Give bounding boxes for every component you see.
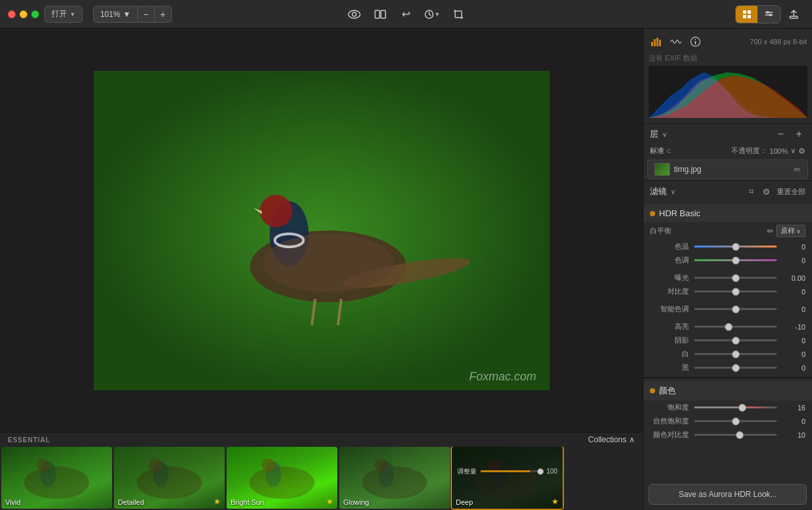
deep-adjust-value: 100 <box>546 468 557 475</box>
svg-rect-10 <box>748 10 751 14</box>
open-button[interactable]: 打开 ▼ <box>44 6 83 23</box>
slider-label-highlights: 高亮 <box>650 322 689 332</box>
split-view-icon[interactable] <box>370 6 391 23</box>
filmstrip-item-vivid[interactable]: Vivid <box>1 447 112 509</box>
hdr-sliders: 色温 0 色调 0 <box>643 240 812 375</box>
layers-remove-button[interactable]: − <box>774 128 787 141</box>
slider-track-blacks[interactable] <box>694 367 777 369</box>
zoom-in-button[interactable]: + <box>155 6 172 23</box>
svg-point-0 <box>348 10 360 18</box>
layer-item[interactable]: timg.jpg ✏ <box>647 160 808 179</box>
opacity-settings-button[interactable]: ⚙ <box>798 147 805 156</box>
slider-value-vibrance: 0 <box>782 418 805 425</box>
filter-crop-icon[interactable]: ⌗ <box>746 185 756 198</box>
collections-chevron-icon: ∧ <box>629 435 635 444</box>
slider-thumb-saturation <box>738 404 746 412</box>
detailed-label: Detailed <box>118 498 144 506</box>
collections-button[interactable]: Collections ∧ <box>588 435 635 444</box>
filter-settings-icon[interactable]: ⚙ <box>760 186 773 198</box>
slider-track-smart-tone[interactable] <box>694 308 777 310</box>
wb-label: 白平衡 <box>650 226 764 236</box>
slider-label-whites: 白 <box>650 349 689 359</box>
svg-rect-19 <box>94 71 550 390</box>
svg-point-38 <box>262 459 275 472</box>
color-active-indicator <box>650 388 655 393</box>
slider-value-tint: 0 <box>782 257 805 264</box>
slider-value-exposure: 0.00 <box>782 274 805 282</box>
image-dimensions: 700 x 488 px <box>750 38 791 46</box>
reset-all-button[interactable]: 重置全部 <box>777 187 805 197</box>
crop-button[interactable] <box>448 6 469 23</box>
slider-track-shadows[interactable] <box>694 339 777 341</box>
image-viewport[interactable]: Foxmac.com <box>0 29 643 432</box>
blend-mode-display[interactable]: 标准 C <box>650 146 671 156</box>
filmstrip-item-brightsun[interactable]: Bright Sun ★ <box>227 447 337 509</box>
slider-row-color-temp: 色温 0 <box>643 240 812 253</box>
minimize-button[interactable] <box>20 10 27 18</box>
slider-value-highlights: -10 <box>782 323 805 331</box>
slider-track-saturation[interactable] <box>694 406 777 408</box>
slider-thumb-blacks <box>732 364 740 372</box>
waveform-icon-button[interactable] <box>668 34 684 50</box>
filter-chevron-icon: ∨ <box>671 188 675 195</box>
layer-pencil-button[interactable]: ✏ <box>794 165 801 175</box>
slider-label-color-temp: 色温 <box>650 242 689 251</box>
svg-point-26 <box>263 234 393 292</box>
slider-thumb-shadows <box>732 337 740 345</box>
slider-thumb-whites <box>732 350 740 358</box>
open-chevron-icon: ▼ <box>70 11 76 18</box>
svg-rect-47 <box>656 38 658 46</box>
hdr-active-indicator <box>650 211 655 216</box>
slider-track-color-temp[interactable] <box>694 246 777 248</box>
slider-track-vibrance[interactable] <box>694 420 777 422</box>
undo-button[interactable]: ↩ <box>396 6 417 23</box>
filmstrip-item-detailed[interactable]: Detailed ★ <box>114 447 225 509</box>
layers-add-button[interactable]: + <box>792 128 805 141</box>
wb-chevron-icon: ∨ <box>796 228 801 234</box>
info-icon-button[interactable] <box>688 34 703 50</box>
deep-adjust-label: 调整量 <box>457 467 477 476</box>
maximize-button[interactable] <box>31 10 39 18</box>
slider-row-blacks: 黑 0 <box>643 361 812 375</box>
slider-track-color-contrast[interactable] <box>694 434 777 436</box>
export-button[interactable] <box>783 6 804 23</box>
filmstrip-item-deep[interactable]: 调整量 100 Deep ★ <box>452 447 563 509</box>
svg-point-33 <box>137 466 202 499</box>
color-header: 颜色 <box>643 381 812 401</box>
slider-label-exposure: 曝光 <box>650 273 689 283</box>
sliders-view-button[interactable] <box>758 6 780 23</box>
grid-view-button[interactable] <box>736 6 758 23</box>
slider-row-contrast: 对比度 0 <box>643 285 812 298</box>
wb-value-display[interactable]: 原样 ∨ <box>776 225 805 237</box>
slider-row-tint: 色调 0 <box>643 253 812 267</box>
slider-value-whites: 0 <box>782 350 805 358</box>
slider-label-shadows: 阴影 <box>650 335 689 345</box>
save-aurora-look-button[interactable]: Save as Aurora HDR Look... <box>649 484 807 505</box>
slider-label-saturation: 饱和度 <box>650 403 689 412</box>
slider-label-contrast: 对比度 <box>650 287 689 296</box>
preview-icon[interactable] <box>344 6 365 23</box>
zoom-out-button[interactable]: − <box>138 6 155 23</box>
deep-slider-track[interactable] <box>481 470 542 472</box>
slider-track-contrast[interactable] <box>694 290 777 292</box>
filter-section: 滤镜 ∨ ⌗ ⚙ 重置全部 HDR Basic 白平衡 ✏ <box>643 181 812 378</box>
main-layout: Foxmac.com ESSENTIAL Collections ∧ <box>0 29 812 510</box>
open-label: 打开 <box>51 8 67 20</box>
slider-track-tint[interactable] <box>694 259 777 261</box>
wb-edit-button[interactable]: ✏ <box>767 227 774 236</box>
slider-track-exposure[interactable] <box>694 277 777 279</box>
slider-track-highlights[interactable] <box>694 326 777 328</box>
slider-value-smart-tone: 0 <box>782 305 805 313</box>
filmstrip-item-glowing[interactable]: Glowing <box>339 447 450 509</box>
filmstrip-items: Vivid Detailed ★ <box>0 447 643 510</box>
svg-rect-12 <box>748 15 751 18</box>
histogram-icon-button[interactable] <box>649 34 664 50</box>
histogram-toolbar: 700 x 488 px 8-bit <box>649 34 807 50</box>
layers-title: 层 <box>650 128 658 140</box>
slider-row-exposure: 曝光 0.00 <box>643 271 812 285</box>
slider-track-whites[interactable] <box>694 353 777 355</box>
history-button[interactable]: ▼ <box>422 6 443 23</box>
svg-point-36 <box>249 466 315 499</box>
brightsun-star-icon: ★ <box>326 497 333 506</box>
close-button[interactable] <box>8 10 16 18</box>
